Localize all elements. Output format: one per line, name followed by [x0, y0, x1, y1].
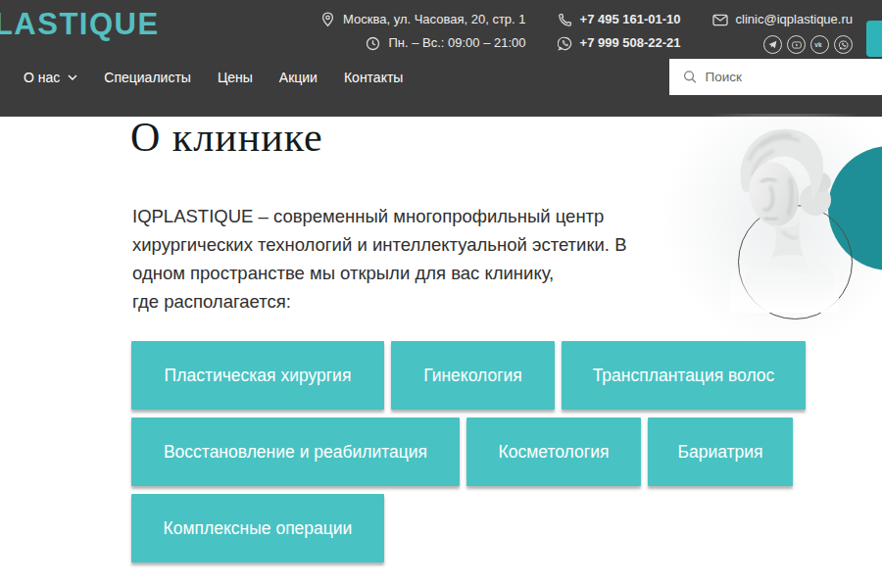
service-button-cosmetology[interactable]: Косметология	[466, 417, 641, 486]
nav-item-promotions[interactable]: Акции	[279, 70, 318, 85]
clinic-description: IQPLASTIQUE – современный многопрофильны…	[132, 202, 662, 316]
search-input[interactable]	[705, 70, 872, 84]
hours-text: Пн. – Вс.: 09:00 – 21:00	[388, 35, 525, 51]
search-icon	[683, 70, 697, 84]
service-button-hair-transplant[interactable]: Трансплантация волос	[562, 341, 806, 410]
main-nav: О нас Специалисты Цены Акции Контакты	[24, 59, 403, 95]
header: IQPLASTIQUE Москва, ул. Часовая, 20, стр…	[0, 0, 882, 117]
email-text: clinic@iqplastique.ru	[736, 12, 853, 27]
service-label: Бариатрия	[677, 442, 762, 463]
service-button-complex-operations[interactable]: Комплексные операции	[131, 494, 384, 563]
phone-main-text: +7 495 161-01-10	[580, 12, 681, 27]
service-label: Трансплантация волос	[593, 366, 775, 386]
envelope-icon	[712, 14, 728, 26]
service-button-bariatrics[interactable]: Бариатрия	[648, 417, 793, 486]
whatsapp-icon[interactable]	[834, 35, 853, 54]
nav-item-specialists-label: Специалисты	[104, 70, 191, 85]
address-text: Москва, ул. Часовая, 20, стр. 1	[343, 12, 525, 27]
nav-item-specialists[interactable]: Специалисты	[104, 70, 191, 85]
service-label: Комплексные операции	[164, 518, 353, 539]
hours-row: Пн. – Вс.: 09:00 – 21:00	[366, 35, 525, 51]
nav-item-prices-label: Цены	[218, 70, 253, 85]
address-row: Москва, ул. Часовая, 20, стр. 1	[320, 12, 525, 27]
clock-icon	[366, 36, 380, 51]
services-grid: Пластическая хирургия Гинекология Трансп…	[131, 341, 806, 563]
statue-image	[731, 122, 839, 313]
service-label: Гинекология	[423, 366, 522, 386]
service-label: Восстановление и реабилитация	[164, 442, 427, 463]
services-row-1: Пластическая хирургия Гинекология Трансп…	[131, 341, 806, 410]
social-links: vk	[763, 35, 853, 54]
email-link[interactable]: clinic@iqplastique.ru	[712, 12, 853, 27]
contact-block: Москва, ул. Часовая, 20, стр. 1 Пн. – Вс…	[320, 12, 853, 54]
youtube-icon[interactable]	[787, 35, 806, 54]
vk-icon[interactable]: vk	[810, 35, 829, 54]
whatsapp-icon	[558, 36, 572, 51]
nav-item-promotions-label: Акции	[279, 70, 318, 85]
telegram-icon[interactable]	[763, 35, 782, 54]
logo[interactable]: IQPLASTIQUE	[0, 7, 160, 42]
appointment-button-cut[interactable]	[866, 21, 882, 57]
chevron-down-icon	[68, 74, 77, 80]
search-box	[669, 59, 882, 95]
service-label: Косметология	[499, 442, 610, 463]
page: IQPLASTIQUE Москва, ул. Часовая, 20, стр…	[0, 0, 882, 588]
contact-col-location: Москва, ул. Часовая, 20, стр. 1 Пн. – Вс…	[320, 12, 525, 54]
nav-item-contacts-label: Контакты	[344, 70, 403, 85]
nav-item-about[interactable]: О нас	[24, 70, 77, 85]
service-button-gynecology[interactable]: Гинекология	[391, 341, 555, 410]
phone-whatsapp-link[interactable]: +7 999 508-22-21	[558, 35, 681, 51]
location-pin-icon	[320, 12, 335, 27]
nav-item-contacts[interactable]: Контакты	[344, 70, 403, 85]
contact-col-phones: +7 495 161-01-10 +7 999 508-22-21	[558, 12, 681, 54]
phone-whatsapp-text: +7 999 508-22-21	[580, 35, 681, 51]
nav-item-prices[interactable]: Цены	[218, 70, 253, 85]
phone-main-link[interactable]: +7 495 161-01-10	[558, 12, 681, 27]
services-row-2: Восстановление и реабилитация Косметолог…	[131, 417, 806, 486]
contact-col-email: clinic@iqplastique.ru vk	[712, 12, 853, 54]
page-title: О клинике	[130, 114, 323, 161]
services-row-3: Комплексные операции	[131, 494, 806, 563]
nav-item-about-label: О нас	[24, 70, 60, 85]
phone-icon	[558, 13, 572, 27]
service-button-recovery-rehab[interactable]: Восстановление и реабилитация	[131, 417, 460, 486]
service-button-plastic-surgery[interactable]: Пластическая хирургия	[131, 341, 384, 410]
svg-text:vk: vk	[814, 41, 822, 48]
service-label: Пластическая хирургия	[165, 366, 352, 386]
